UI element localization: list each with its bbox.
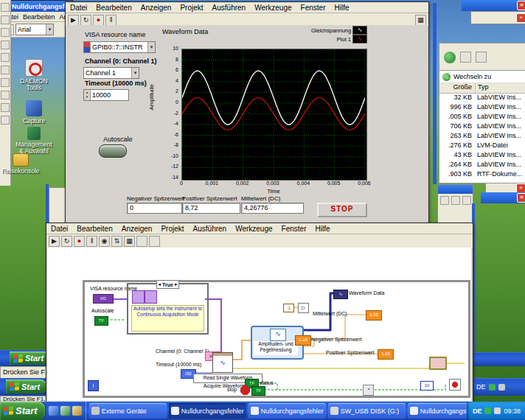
wait-timer-node[interactable]: ◔	[363, 385, 374, 396]
table-row[interactable]: .005 KBLabVIEW Ins...	[439, 113, 525, 122]
menu-item[interactable]: Bearbeiten	[72, 225, 117, 233]
table-row[interactable]: .264 KBLabVIEW Ins...	[439, 161, 525, 170]
toolbar-icon[interactable]	[149, 236, 160, 247]
table-row[interactable]: 43 KBLabVIEW Ins...	[439, 151, 525, 161]
quick-launch-icon[interactable]	[72, 406, 82, 416]
abort-icon[interactable]: ●	[74, 236, 85, 247]
menu-item[interactable]: Werkzeuge	[250, 4, 296, 12]
menu-item[interactable]: Anzeigen	[117, 225, 157, 233]
menu-item[interactable]: Hilfe	[330, 4, 353, 12]
taskbar-task[interactable]: Nulldurchgangsfehler.vi...	[169, 403, 246, 419]
toolbar-icon[interactable]	[476, 52, 487, 63]
tool-icon[interactable]	[1, 91, 10, 99]
taskbar-task[interactable]: Externe Geräte	[89, 403, 167, 419]
readout-value[interactable]: 4,26776	[241, 203, 304, 214]
menu-item[interactable]: Werkzeuge	[231, 225, 277, 233]
menu-item[interactable]: Bearbeiten	[21, 13, 58, 21]
menu-item[interactable]: Datei	[46, 225, 72, 233]
menu-item[interactable]: Anzeigen	[136, 4, 176, 12]
desktop-icon-daemon-tools[interactable]: DAEMON Tools	[13, 59, 55, 92]
align-grid-icon[interactable]: ▦	[415, 15, 426, 26]
taskbar-task[interactable]: Nulldurchgangsfehler...	[408, 403, 474, 419]
toolbar-icon[interactable]	[440, 196, 449, 205]
menu-item[interactable]: Projekt	[175, 4, 207, 12]
start-button[interactable]: Start	[0, 402, 45, 420]
column-header-type[interactable]: Typ	[476, 83, 489, 93]
column-header-size[interactable]: Größe	[439, 83, 476, 93]
menu-item[interactable]: Hilfe	[310, 225, 334, 233]
toolbar-icon[interactable]	[136, 236, 147, 247]
tool-icon[interactable]	[1, 53, 10, 62]
tool-icon[interactable]	[1, 66, 10, 74]
error-cluster-node[interactable]	[429, 357, 447, 370]
desktop-icon-management[interactable]: Management & Auswahl	[13, 127, 55, 155]
multiply-node[interactable]: ▷	[298, 303, 309, 313]
tool-icon[interactable]	[1, 3, 10, 12]
waveform-chart[interactable]	[181, 49, 367, 181]
menu-item[interactable]: Projekt	[156, 225, 188, 233]
background-window-titlebar[interactable]	[438, 185, 473, 194]
visa-terminal[interactable]: I/O	[93, 294, 114, 304]
close-icon[interactable]: ×	[517, 1, 525, 10]
tray-icon[interactable]	[484, 407, 491, 414]
language-indicator[interactable]: DE	[473, 407, 482, 415]
case-next-icon[interactable]: ▸	[175, 281, 178, 287]
background-window-bar[interactable]: ×	[470, 11, 525, 24]
table-row[interactable]: .276 KBLVM-Datei	[439, 141, 525, 151]
close-icon[interactable]: ×	[516, 13, 525, 23]
table-row[interactable]: 706 KBLabVIEW Ins...	[439, 122, 525, 132]
start-button[interactable]: Start	[10, 351, 51, 365]
menu-item[interactable]: Ausführen	[189, 225, 232, 233]
run-continuous-icon[interactable]: ↻	[80, 15, 91, 26]
highlight-execution-icon[interactable]: ◉	[99, 236, 110, 247]
font-select[interactable]: Arial ▾	[15, 24, 54, 35]
pos-peak-terminal[interactable]: 1.23	[378, 349, 394, 360]
autoscale-toggle[interactable]	[99, 144, 127, 158]
comment-box[interactable]: Autosetup sets the instrument to Continu…	[131, 305, 204, 332]
taskbar-task[interactable]: SW_USB DISK (G:)	[328, 403, 406, 419]
clock[interactable]: 09:38	[504, 407, 521, 415]
background-window-titlebar[interactable]: ×	[462, 0, 525, 11]
tool-icon[interactable]	[1, 116, 10, 125]
close-icon[interactable]: ×	[517, 193, 525, 203]
chevron-down-icon[interactable]: ▾	[46, 24, 53, 35]
readout-value[interactable]: 8,72	[182, 203, 240, 214]
readout-value[interactable]: 0	[127, 203, 182, 214]
back-icon[interactable]	[444, 52, 456, 63]
tray-icon[interactable]	[489, 384, 496, 391]
tool-icon[interactable]	[1, 103, 10, 112]
stop-sign-icon[interactable]	[240, 385, 250, 395]
visa-resource-input[interactable]: GPIB0::7::INSTR ▾	[83, 41, 156, 53]
stop-button[interactable]: STOP	[317, 203, 367, 217]
desktop-icon-capture[interactable]: Capture	[13, 100, 55, 125]
tool-icon[interactable]	[1, 78, 10, 87]
waveform-data-terminal[interactable]: ∿	[333, 290, 348, 299]
plot-legend[interactable]: Gleichspannung ∿ Plot 1 ∿	[311, 26, 367, 43]
loop-condition-terminal[interactable]	[449, 379, 461, 391]
case-prev-icon[interactable]: ◂	[159, 281, 161, 287]
start-button[interactable]: Start	[6, 379, 47, 393]
tray-icon[interactable]	[494, 407, 501, 414]
constant-10[interactable]: 10	[420, 381, 434, 391]
spinner-icons[interactable]: ▴▾	[84, 90, 91, 100]
toolbar-icon[interactable]	[460, 52, 471, 63]
diagram-canvas[interactable]: i VISA resource name I/O Autoscale TF ◂ …	[47, 248, 471, 401]
menu-item[interactable]: Bearbeiten	[91, 4, 136, 12]
run-icon[interactable]: ▶	[49, 236, 60, 247]
property-node[interactable]	[145, 290, 157, 304]
timeout-input[interactable]: ▴▾ 10000	[83, 89, 129, 101]
run-icon[interactable]: ▶	[68, 15, 79, 26]
pause-icon[interactable]: ‖	[86, 236, 97, 247]
table-row[interactable]: 32 KBLabVIEW Ins...	[439, 94, 525, 103]
editor-titlebar[interactable]: Nulldurchgangsfehler	[1, 1, 72, 12]
neg-peak-terminal[interactable]: 1.23	[295, 335, 311, 346]
stop-terminal[interactable]: TF	[251, 386, 265, 396]
visa-read-node[interactable]: ∿	[212, 352, 233, 373]
constant-neg1[interactable]: -1	[283, 304, 294, 312]
legend-entry[interactable]: Gleichspannung ∿	[311, 26, 367, 35]
taskbar-task[interactable]: Nulldurchgangsfehler...	[248, 403, 326, 419]
language-indicator[interactable]: DE	[476, 383, 486, 391]
toolbar-icon[interactable]	[462, 196, 471, 205]
autoscale-terminal[interactable]: TF	[94, 316, 108, 326]
tool-icon[interactable]	[1, 28, 10, 37]
